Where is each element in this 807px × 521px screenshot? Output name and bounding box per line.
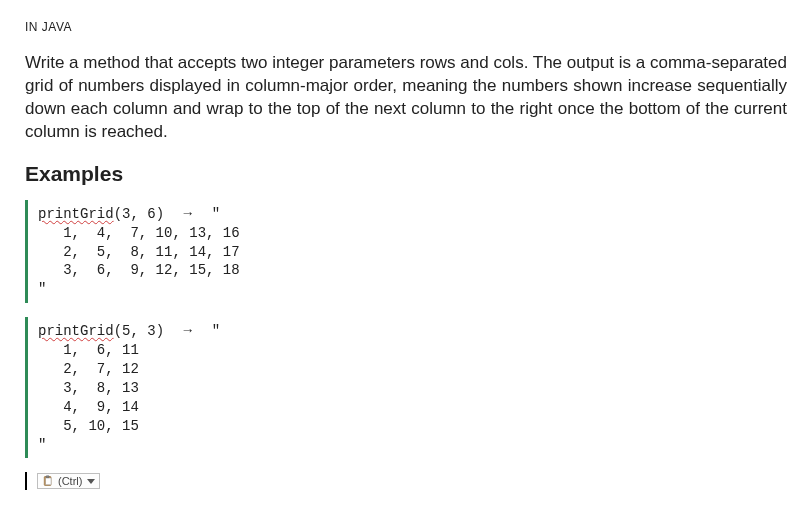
example-block-2: printGrid(5, 3) → " 1, 6, 11 2, 7, 12 3,…: [25, 317, 787, 458]
function-name: printGrid: [38, 323, 114, 339]
svg-rect-1: [46, 478, 51, 485]
chevron-down-icon: [87, 479, 95, 484]
example-output: 1, 6, 11 2, 7, 12 3, 8, 13 4, 9, 14 5, 1…: [38, 342, 139, 434]
function-args: (5, 3): [114, 323, 164, 339]
text-caret: [25, 472, 27, 490]
svg-rect-2: [46, 476, 49, 478]
example-output: 1, 4, 7, 10, 13, 16 2, 5, 8, 11, 14, 17 …: [38, 225, 240, 279]
paste-options-button[interactable]: (Ctrl): [37, 473, 100, 489]
function-name: printGrid: [38, 206, 114, 222]
example-block-1: printGrid(3, 6) → " 1, 4, 7, 10, 13, 16 …: [25, 200, 787, 303]
paste-options-label: (Ctrl): [58, 475, 82, 487]
cursor-row: (Ctrl): [25, 472, 787, 490]
open-quote: ": [212, 323, 220, 339]
open-quote: ": [212, 206, 220, 222]
function-args: (3, 6): [114, 206, 164, 222]
arrow-icon: →: [181, 205, 195, 221]
clipboard-icon: [42, 475, 54, 487]
examples-heading: Examples: [25, 162, 787, 186]
close-quote: ": [38, 281, 46, 297]
arrow-icon: →: [181, 322, 195, 338]
problem-statement: Write a method that accepts two integer …: [25, 52, 787, 144]
language-label: IN JAVA: [25, 20, 787, 34]
close-quote: ": [38, 437, 46, 453]
